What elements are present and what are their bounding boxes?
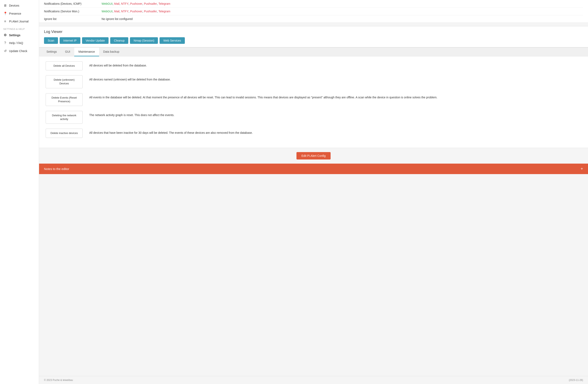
maintenance-btn-delete-all-devices[interactable]: Delete all Devices	[46, 61, 83, 70]
maintenance-row-delete-events: Delete Events (Reset Presence)All events…	[46, 93, 581, 106]
footer: © 2023 Puche & leiweibau (2023-11-28)	[39, 376, 588, 384]
edit-config-area: Edit Pi.Alert Config	[39, 148, 588, 164]
info-value-part: ,	[142, 2, 144, 5]
sidebar-label-pi-alert-journal: Pi.Alert Journal	[9, 20, 29, 23]
info-value-part: Pushover	[130, 2, 142, 5]
info-value-part: ,	[119, 10, 121, 13]
main-content: Notifications (Devices, ICMP)WebGUI, Mai…	[39, 0, 588, 384]
info-value-0: WebGUI, Mail, NTFY, Pushover, Pushsafer,…	[102, 2, 170, 5]
footer-copyright: © 2023 Puche & leiweibau	[44, 379, 73, 382]
info-value-part: NTFY	[121, 10, 129, 13]
settings-section-label: SETTINGS & HELP	[0, 25, 39, 31]
maintenance-content: Delete all DevicesAll devices will be de…	[39, 56, 588, 148]
info-label-2: Ignore list	[44, 17, 102, 21]
info-row-1: Notifications (Service Mon.)WebGUI, Mail…	[44, 8, 583, 15]
sidebar-item-update-check[interactable]: ↺Update Check	[0, 47, 39, 55]
info-value-part: Mail	[114, 10, 119, 13]
devices-icon: 🖥	[3, 4, 7, 7]
sidebar-item-settings[interactable]: ⚙Settings	[0, 31, 39, 39]
sidebar-label-settings: Settings	[9, 34, 20, 37]
maintenance-desc-delete-unknown-devices: All devices named (unknown) will be dele…	[89, 75, 581, 82]
settings-icon: ⚙	[3, 33, 7, 37]
info-label-1: Notifications (Service Mon.)	[44, 10, 102, 13]
info-value-2: No ignore list configured	[102, 17, 133, 21]
log-btn-nmap-session[interactable]: Nmap (Session)	[130, 37, 158, 44]
log-buttons: ScanInternet IPVendor UpdateCleanupNmap …	[44, 37, 583, 44]
maintenance-btn-delete-events[interactable]: Delete Events (Reset Presence)	[46, 93, 83, 106]
info-value-part: No ignore list configured	[102, 17, 133, 21]
tab-settings[interactable]: Settings	[42, 47, 61, 56]
info-value-part: ,	[128, 2, 130, 5]
notes-plus-icon: +	[581, 166, 583, 171]
info-value-part: NTFY	[121, 2, 129, 5]
sidebar-item-pi-alert-journal[interactable]: ≡Pi.Alert Journal	[0, 18, 39, 25]
notes-section[interactable]: Notes to the editor +	[39, 164, 588, 174]
sidebar-item-devices[interactable]: 🖥Devices	[0, 2, 39, 9]
maintenance-row-delete-unknown-devices: Delete (unknown) DevicesAll devices name…	[46, 75, 581, 88]
edit-config-button[interactable]: Edit Pi.Alert Config	[296, 152, 331, 159]
sidebar-label-presence: Presence	[9, 12, 21, 15]
tab-data-backup[interactable]: Data backup	[99, 47, 124, 56]
log-btn-scan[interactable]: Scan	[44, 37, 58, 44]
info-value-part: Pushover	[130, 10, 142, 13]
tab-gui[interactable]: GUI	[61, 47, 74, 56]
sidebar-item-help-faq[interactable]: ?Help / FAQ	[0, 39, 39, 47]
maintenance-btn-delete-inactive-devices[interactable]: Delete inactive devices	[46, 129, 83, 138]
info-value-part: Pushsafer	[144, 10, 157, 13]
presence-icon: 📍	[3, 12, 7, 15]
update-check-icon: ↺	[3, 49, 7, 53]
sidebar: 🖥Devices📍Presence≡Pi.Alert Journal SETTI…	[0, 0, 39, 384]
tab-maintenance[interactable]: Maintenance	[74, 47, 99, 56]
log-btn-vendor-update[interactable]: Vendor Update	[82, 37, 108, 44]
info-row-0: Notifications (Devices, ICMP)WebGUI, Mai…	[44, 0, 583, 8]
tabs-bar: SettingsGUIMaintenanceData backup	[39, 47, 588, 56]
info-label-0: Notifications (Devices, ICMP)	[44, 2, 102, 5]
footer-version: (2023-11-28)	[569, 379, 583, 382]
info-value-part: Telegram	[159, 2, 170, 5]
info-value-part: WebGUI	[102, 10, 112, 13]
info-value-1: WebGUI, Mail, NTFY, Pushover, Pushsafer,…	[102, 10, 170, 13]
info-value-part: Mail	[114, 2, 119, 5]
log-btn-cleanup[interactable]: Cleanup	[110, 37, 128, 44]
maintenance-btn-delete-network-activity[interactable]: Deleting the network activity	[46, 111, 83, 124]
maintenance-desc-delete-network-activity: The network activity graph is reset. Thi…	[89, 111, 581, 117]
log-btn-internet-ip[interactable]: Internet IP	[60, 37, 80, 44]
maintenance-row-delete-all-devices: Delete all DevicesAll devices will be de…	[46, 61, 581, 70]
sidebar-label-update-check: Update Check	[9, 49, 27, 53]
sidebar-label-devices: Devices	[9, 4, 19, 7]
maintenance-btn-delete-unknown-devices[interactable]: Delete (unknown) Devices	[46, 75, 83, 88]
info-value-part: ,	[157, 10, 159, 13]
maintenance-desc-delete-events: All events in the database will be delet…	[89, 93, 581, 100]
maintenance-desc-delete-all-devices: All devices will be deleted from the dat…	[89, 61, 581, 68]
info-row-2: Ignore listNo ignore list configured	[44, 15, 583, 23]
info-section: Notifications (Devices, ICMP)WebGUI, Mai…	[39, 0, 588, 23]
pi-alert-journal-icon: ≡	[3, 20, 7, 23]
log-btn-web-services[interactable]: Web Services	[160, 37, 185, 44]
info-value-part: ,	[119, 2, 121, 5]
log-viewer-section: Log Viewer ScanInternet IPVendor UpdateC…	[39, 26, 588, 47]
info-value-part: ,	[157, 2, 159, 5]
log-viewer-title: Log Viewer	[44, 30, 583, 34]
settings-panel: SettingsGUIMaintenanceData backup Delete…	[39, 47, 588, 148]
help-faq-icon: ?	[3, 41, 7, 45]
info-value-part: ,	[142, 10, 144, 13]
info-value-part: WebGUI	[102, 2, 112, 5]
maintenance-desc-delete-inactive-devices: All devices that have been inactive for …	[89, 129, 581, 135]
sidebar-item-presence[interactable]: 📍Presence	[0, 9, 39, 18]
info-value-part: Telegram	[159, 10, 170, 13]
notes-title: Notes to the editor	[44, 167, 69, 171]
maintenance-row-delete-inactive-devices: Delete inactive devicesAll devices that …	[46, 129, 581, 138]
info-value-part: Pushsafer	[144, 2, 157, 5]
sidebar-label-help-faq: Help / FAQ	[9, 41, 23, 45]
maintenance-row-delete-network-activity: Deleting the network activityThe network…	[46, 111, 581, 124]
info-value-part: ,	[128, 10, 130, 13]
